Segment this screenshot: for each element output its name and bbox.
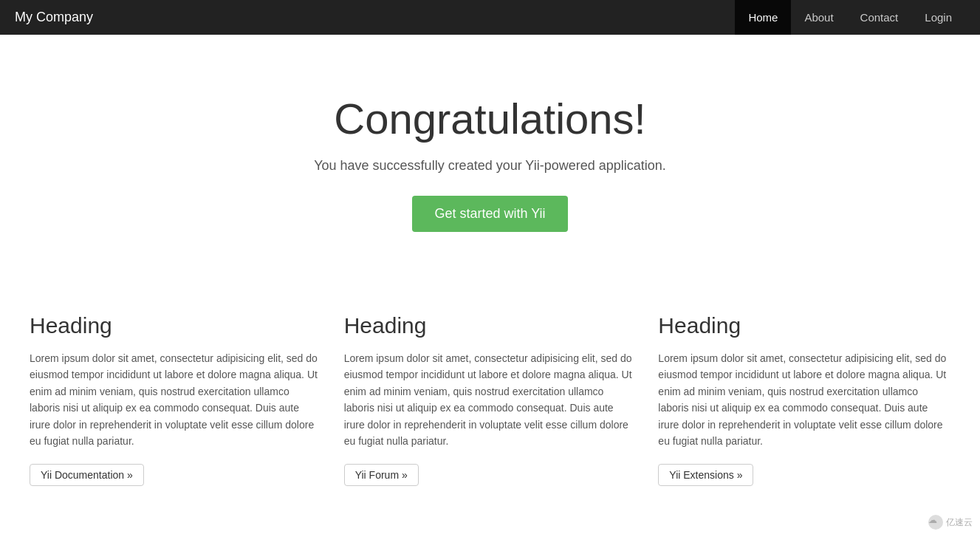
- nav-link-home[interactable]: Home: [735, 0, 791, 35]
- card-3-heading: Heading: [658, 313, 950, 338]
- card-1-heading: Heading: [30, 313, 322, 338]
- hero-title: Congratulations!: [15, 94, 965, 143]
- nav-item-login: Login: [911, 0, 965, 35]
- card-2: Heading Lorem ipsum dolor sit amet, cons…: [344, 306, 637, 493]
- card-1: Heading Lorem ipsum dolor sit amet, cons…: [30, 306, 322, 493]
- watermark-icon: ☁: [928, 515, 943, 530]
- card-2-text: Lorem ipsum dolor sit amet, consectetur …: [344, 350, 637, 449]
- watermark: ☁ 亿速云: [928, 515, 973, 530]
- hero-subtitle: You have successfully created your Yii-p…: [15, 158, 965, 174]
- nav-link-login[interactable]: Login: [911, 0, 965, 35]
- nav-item-about: About: [791, 0, 846, 35]
- navbar: My Company Home About Contact Login: [0, 0, 980, 35]
- watermark-text: 亿速云: [946, 516, 973, 529]
- nav-list: Home About Contact Login: [735, 0, 965, 35]
- get-started-button[interactable]: Get started with Yii: [412, 196, 567, 232]
- hero-section: Congratulations! You have successfully c…: [0, 35, 980, 276]
- card-1-button[interactable]: Yii Documentation »: [30, 464, 144, 486]
- card-3-button[interactable]: Yii Extensions »: [658, 464, 753, 486]
- card-3-text: Lorem ipsum dolor sit amet, consectetur …: [658, 350, 950, 449]
- cards-section: Heading Lorem ipsum dolor sit amet, cons…: [0, 276, 980, 537]
- nav-link-contact[interactable]: Contact: [847, 0, 912, 35]
- nav-link-about[interactable]: About: [791, 0, 846, 35]
- card-2-button[interactable]: Yii Forum »: [344, 464, 419, 486]
- card-3: Heading Lorem ipsum dolor sit amet, cons…: [658, 306, 950, 493]
- nav-item-contact: Contact: [847, 0, 912, 35]
- nav-item-home: Home: [735, 0, 791, 35]
- card-2-heading: Heading: [344, 313, 637, 338]
- card-1-text: Lorem ipsum dolor sit amet, consectetur …: [30, 350, 322, 449]
- navbar-brand[interactable]: My Company: [15, 10, 93, 25]
